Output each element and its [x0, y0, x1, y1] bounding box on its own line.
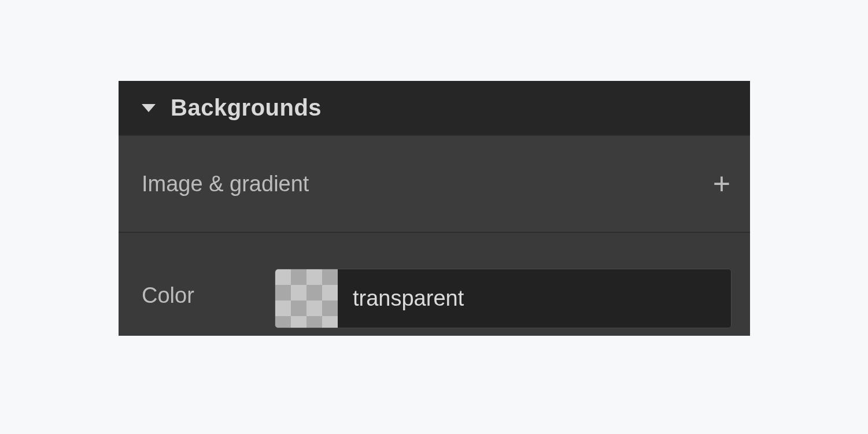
color-value-input[interactable]: transparent: [338, 269, 731, 328]
backgrounds-section-header[interactable]: Backgrounds: [119, 81, 750, 135]
color-control[interactable]: transparent: [275, 269, 732, 328]
add-image-gradient-button[interactable]: +: [713, 169, 730, 199]
caret-down-icon: [142, 104, 156, 112]
plus-icon: +: [713, 167, 730, 201]
color-label: Color: [142, 283, 194, 308]
section-title: Backgrounds: [171, 95, 322, 121]
image-gradient-row: Image & gradient +: [119, 135, 750, 232]
image-gradient-label: Image & gradient: [142, 172, 309, 196]
color-swatch-transparent[interactable]: [275, 269, 338, 328]
